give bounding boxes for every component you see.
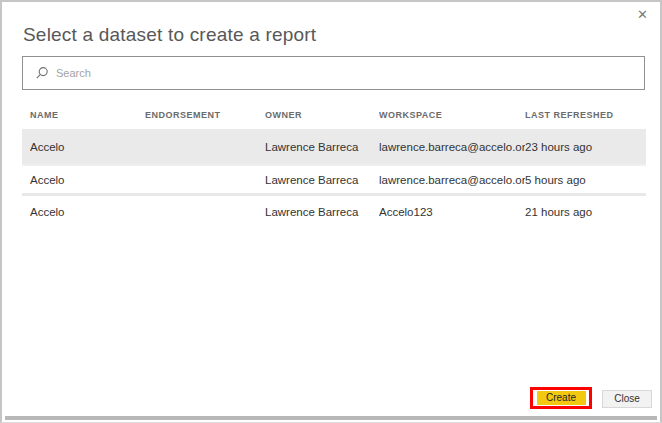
dataset-picker-dialog: Select a dataset to create a report ✕ NA… — [0, 0, 662, 423]
annotation-highlight-box: Create — [530, 387, 592, 409]
column-header-owner[interactable]: OWNER — [265, 110, 379, 120]
table-row[interactable]: Accelo Lawrence Barreca lawrence.barreca… — [22, 166, 646, 193]
search-box[interactable] — [22, 56, 645, 90]
cell-workspace: lawrence.barreca@accelo.onmicros... — [379, 141, 525, 153]
close-icon[interactable]: ✕ — [633, 6, 652, 23]
column-header-last-refreshed[interactable]: LAST REFRESHED — [525, 110, 648, 120]
cell-last-refreshed: 5 hours ago — [525, 174, 646, 186]
cell-owner: Lawrence Barreca — [265, 174, 379, 186]
dataset-list: Accelo Lawrence Barreca lawrence.barreca… — [22, 129, 646, 228]
column-header-endorsement[interactable]: ENDORSEMENT — [145, 110, 265, 120]
cell-owner: Lawrence Barreca — [265, 206, 379, 218]
dialog-bottom-shadow — [5, 416, 657, 420]
table-row[interactable]: Accelo Lawrence Barreca Accelo123 21 hou… — [22, 196, 646, 228]
search-icon — [35, 66, 49, 80]
table-row-selected[interactable]: Accelo Lawrence Barreca lawrence.barreca… — [22, 129, 646, 164]
cell-owner: Lawrence Barreca — [265, 141, 379, 153]
table-header-row: NAME ENDORSEMENT OWNER WORKSPACE LAST RE… — [22, 102, 648, 128]
cell-name: Accelo — [30, 141, 145, 153]
column-header-name[interactable]: NAME — [30, 110, 145, 120]
close-button[interactable]: Close — [602, 390, 652, 408]
search-input[interactable] — [56, 57, 644, 89]
cell-last-refreshed: 21 hours ago — [525, 206, 646, 218]
cell-name: Accelo — [30, 174, 145, 186]
cell-workspace: lawrence.barreca@accelo.onmicros... — [379, 174, 525, 186]
page-title: Select a dataset to create a report — [23, 24, 316, 46]
column-header-workspace[interactable]: WORKSPACE — [379, 110, 525, 120]
create-button[interactable]: Create — [537, 391, 586, 405]
cell-name: Accelo — [30, 206, 145, 218]
cell-workspace: Accelo123 — [379, 206, 525, 218]
cell-last-refreshed: 23 hours ago — [525, 141, 646, 153]
